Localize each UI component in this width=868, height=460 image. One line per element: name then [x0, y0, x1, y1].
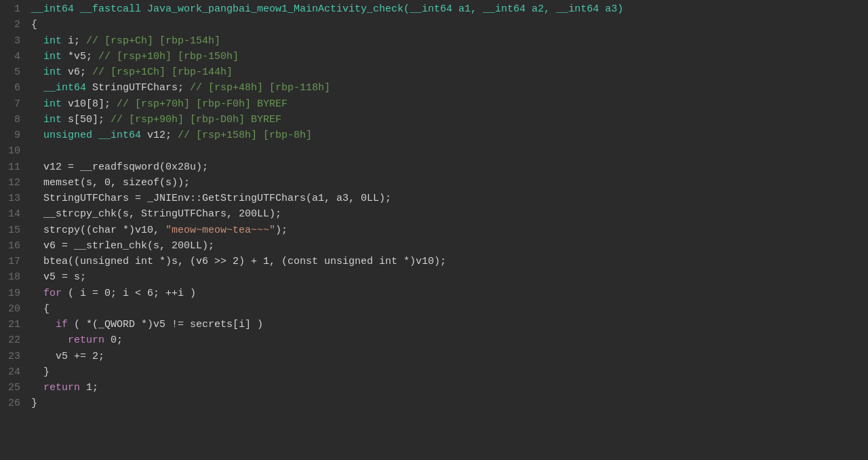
token: if	[31, 319, 68, 330]
token: __int64	[31, 82, 86, 94]
code-line: memset(s, 0, sizeof(s));	[31, 175, 868, 191]
code-line: v5 += 2;	[31, 349, 868, 364]
code-line: {	[31, 301, 868, 317]
line-number: 4	[4, 49, 20, 64]
code-lines: __int64 __fastcall Java_work_pangbai_meo…	[24, 1, 868, 460]
token: // [rsp+1Ch] [rbp-144h]	[92, 66, 233, 78]
token: // [rsp+158h] [rbp-8h]	[178, 130, 312, 141]
token: int	[31, 35, 62, 47]
token: v6 = __strlen_chk(s, 200LL);	[31, 240, 214, 252]
token: int	[31, 114, 62, 126]
code-line: v6 = __strlen_chk(s, 200LL);	[31, 238, 868, 254]
line-number: 16	[4, 238, 20, 254]
line-number: 24	[4, 364, 20, 380]
code-line: __int64 __fastcall Java_work_pangbai_meo…	[31, 1, 868, 17]
code-line: return 0;	[31, 332, 868, 348]
line-number: 21	[4, 317, 20, 332]
code-container: 1234567891011121314151617181920212223242…	[0, 0, 868, 460]
token: StringUTFChars = _JNIEnv::GetStringUTFCh…	[31, 193, 391, 204]
code-line: __int64 StringUTFChars; // [rsp+48h] [rb…	[31, 80, 868, 96]
line-number: 23	[4, 349, 20, 364]
line-number: 22	[4, 332, 20, 348]
token: __int64 __fastcall Java_work_pangbai_meo…	[31, 3, 623, 15]
token: {	[31, 303, 50, 315]
line-number: 8	[4, 112, 20, 128]
token: }	[31, 366, 50, 378]
token: memset(s, 0, sizeof(s));	[31, 177, 190, 189]
code-line: int i; // [rsp+Ch] [rbp-154h]	[31, 33, 868, 49]
line-number: 3	[4, 33, 20, 49]
code-line: StringUTFChars = _JNIEnv::GetStringUTFCh…	[31, 191, 868, 206]
line-number: 1	[4, 1, 20, 17]
token: // [rsp+48h] [rbp-118h]	[190, 82, 330, 94]
token: // [rsp+70h] [rbp-F0h] BYREF	[117, 98, 288, 110]
token: btea((unsigned int *)s, (v6 >> 2) + 1, (…	[31, 256, 446, 267]
token: i;	[62, 35, 86, 47]
token: 1;	[80, 382, 98, 394]
token: v10[8];	[62, 98, 117, 110]
code-line: unsigned __int64 v12; // [rsp+158h] [rbp…	[31, 128, 868, 143]
token: {	[31, 19, 37, 31]
line-numbers: 1234567891011121314151617181920212223242…	[0, 1, 24, 460]
token: s[50];	[62, 114, 111, 126]
code-line: if ( *(_QWORD *)v5 != secrets[i] )	[31, 317, 868, 332]
token: ( i = 0; i < 6; ++i )	[62, 288, 196, 299]
token: int	[31, 66, 62, 78]
code-line: for ( i = 0; i < 6; ++i )	[31, 286, 868, 301]
code-line	[31, 143, 868, 159]
code-line: {	[31, 17, 868, 33]
code-line: int *v5; // [rsp+10h] [rbp-150h]	[31, 49, 868, 64]
token: "meow~meow~tea~~~"	[165, 225, 275, 236]
line-number: 5	[4, 64, 20, 80]
line-number: 2	[4, 17, 20, 33]
token: int	[31, 51, 62, 62]
token: v5 = s;	[31, 271, 86, 283]
line-number: 10	[4, 143, 20, 159]
token: // [rsp+Ch] [rbp-154h]	[86, 35, 220, 47]
token: // [rsp+90h] [rbp-D0h] BYREF	[111, 114, 281, 126]
code-line: int v6; // [rsp+1Ch] [rbp-144h]	[31, 64, 868, 80]
line-number: 20	[4, 301, 20, 317]
line-number: 7	[4, 96, 20, 112]
token: }	[31, 398, 37, 409]
line-number: 25	[4, 380, 20, 396]
token: v12 = __readfsqword(0x28u);	[31, 161, 208, 173]
line-number: 18	[4, 269, 20, 285]
token: // [rsp+10h] [rbp-150h]	[98, 51, 239, 62]
line-number: 19	[4, 286, 20, 301]
code-line: btea((unsigned int *)s, (v6 >> 2) + 1, (…	[31, 254, 868, 269]
token: v6;	[62, 66, 92, 78]
code-line: strcpy((char *)v10, "meow~meow~tea~~~");	[31, 223, 868, 238]
code-line: int s[50]; // [rsp+90h] [rbp-D0h] BYREF	[31, 112, 868, 128]
code-line: int v10[8]; // [rsp+70h] [rbp-F0h] BYREF	[31, 96, 868, 112]
line-number: 15	[4, 223, 20, 238]
token: v5 += 2;	[31, 351, 104, 362]
code-line: return 1;	[31, 380, 868, 396]
line-number: 17	[4, 254, 20, 269]
token: __int64	[92, 130, 141, 141]
token: for	[31, 288, 62, 299]
token: 0;	[104, 334, 123, 346]
token: unsigned	[31, 130, 92, 141]
line-number: 26	[4, 396, 20, 411]
token: int	[31, 98, 62, 110]
code-line: }	[31, 396, 868, 411]
line-number: 9	[4, 128, 20, 143]
token: );	[275, 225, 288, 236]
token: return	[31, 334, 104, 346]
token: *v5;	[62, 51, 98, 62]
token: StringUTFChars;	[86, 82, 190, 94]
line-number: 6	[4, 80, 20, 96]
token: return	[31, 382, 80, 394]
line-number: 13	[4, 191, 20, 206]
line-number: 12	[4, 175, 20, 191]
code-line: __strcpy_chk(s, StringUTFChars, 200LL);	[31, 206, 868, 222]
code-line: }	[31, 364, 868, 380]
code-line: v5 = s;	[31, 269, 868, 285]
line-number: 14	[4, 206, 20, 222]
line-number: 11	[4, 159, 20, 175]
token: __strcpy_chk(s, StringUTFChars, 200LL);	[31, 208, 281, 220]
code-line: v12 = __readfsqword(0x28u);	[31, 159, 868, 175]
token: v12;	[141, 130, 178, 141]
token: strcpy((char *)v10,	[31, 225, 165, 236]
